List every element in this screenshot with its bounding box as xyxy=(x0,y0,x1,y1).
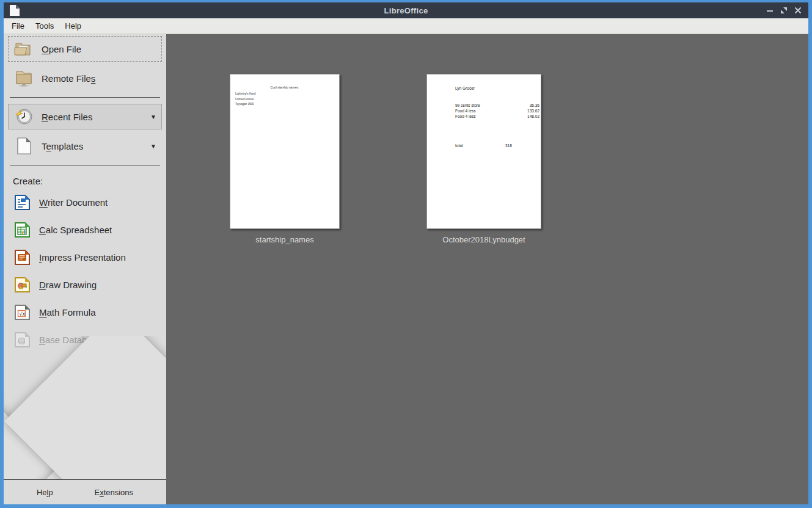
doc-preview-header: Lyn Grocer xyxy=(455,86,475,90)
watermark-diamond xyxy=(4,396,84,479)
close-icon[interactable] xyxy=(794,6,802,15)
budget-row: Food 4 less 148.02 xyxy=(455,114,540,119)
chevron-down-icon[interactable]: ▼ xyxy=(147,143,156,150)
recent-documents-area: Cool starship names: Lightning's Hand Cr… xyxy=(166,34,808,504)
doc-preview-lines: Lightning's Hand Crimson comet Toyvagan … xyxy=(235,92,255,108)
budget-total-row: total 318 xyxy=(455,143,540,148)
writer-label: Writer Document xyxy=(39,197,108,208)
window-title: LibreOffice xyxy=(4,6,808,15)
open-file-label: Open File xyxy=(42,44,81,54)
templates-label: Templates xyxy=(42,141,83,151)
doc-preview-title: Cool starship names: xyxy=(230,85,339,89)
menu-tools[interactable]: Tools xyxy=(30,19,59,33)
create-draw-drawing[interactable]: Draw Drawing xyxy=(4,271,166,299)
sidebar-footer: Help Extensions xyxy=(4,479,166,504)
template-document-icon xyxy=(13,137,34,155)
extensions-link[interactable]: Extensions xyxy=(94,488,133,497)
create-section-label: Create: xyxy=(13,176,166,186)
remote-files-label: Remote Files xyxy=(42,73,95,84)
watermark-diamond xyxy=(4,336,166,479)
menu-file[interactable]: File xyxy=(6,19,30,33)
draw-label: Draw Drawing xyxy=(39,280,97,290)
menubar: File Tools Help xyxy=(4,18,808,34)
open-file-button[interactable]: Open File xyxy=(8,36,162,62)
budget-row: 99 cents store 36.36 xyxy=(455,103,540,108)
base-label: Base Database xyxy=(39,335,102,345)
minimize-icon[interactable] xyxy=(766,6,774,15)
templates-button[interactable]: Templates ▼ xyxy=(8,133,162,159)
remote-files-button[interactable]: Remote Files xyxy=(8,65,162,91)
clock-icon xyxy=(13,107,34,126)
menu-help[interactable]: Help xyxy=(59,19,87,33)
document-thumbnail-startship-names[interactable]: Cool starship names: Lightning's Hand Cr… xyxy=(230,74,340,229)
remote-folder-icon xyxy=(13,69,34,87)
libreoffice-app-icon xyxy=(9,4,20,16)
base-icon xyxy=(13,332,31,348)
chevron-down-icon[interactable]: ▼ xyxy=(147,114,156,120)
recent-files-label: Recent Files xyxy=(42,112,92,122)
writer-icon xyxy=(13,194,31,211)
impress-icon xyxy=(13,249,31,266)
math-icon: √x xyxy=(13,304,31,321)
document-label: October2018Lynbudget xyxy=(384,235,584,244)
sidebar-separator xyxy=(10,97,160,98)
calc-label: Calc Spreadsheet xyxy=(39,225,112,235)
create-calc-spreadsheet[interactable]: Calc Spreadsheet xyxy=(4,216,166,244)
restore-icon[interactable] xyxy=(780,6,788,15)
svg-text:√x: √x xyxy=(19,311,25,317)
budget-row: Food 4 less 133.62 xyxy=(455,108,540,114)
impress-label: Impress Presentation xyxy=(39,252,126,263)
libreoffice-start-center-window: LibreOffice File Tools Help xyxy=(0,0,812,508)
open-folder-icon xyxy=(13,40,34,57)
sidebar-watermark xyxy=(4,336,166,479)
help-link[interactable]: Help xyxy=(37,488,53,497)
math-label: Math Formula xyxy=(39,307,96,318)
calc-icon xyxy=(13,222,31,238)
recent-files-button[interactable]: Recent Files ▼ xyxy=(8,104,162,129)
create-base-database: Base Database xyxy=(4,326,166,354)
document-label: startship_names xyxy=(187,235,382,244)
document-thumbnail-october2018lynbudget[interactable]: Lyn Grocer 99 cents store 36.36 Food 4 l… xyxy=(426,74,541,229)
sidebar: Open File Remote Files xyxy=(4,34,166,504)
create-impress-presentation[interactable]: Impress Presentation xyxy=(4,244,166,271)
draw-icon xyxy=(13,277,31,293)
create-writer-document[interactable]: Writer Document xyxy=(4,189,166,216)
sidebar-separator xyxy=(10,165,160,165)
create-math-formula[interactable]: √x Math Formula xyxy=(4,299,166,326)
titlebar: LibreOffice xyxy=(4,2,808,18)
watermark-diamond xyxy=(4,433,166,479)
doc-preview-rows: 99 cents store 36.36 Food 4 less 133.62 … xyxy=(455,103,540,119)
